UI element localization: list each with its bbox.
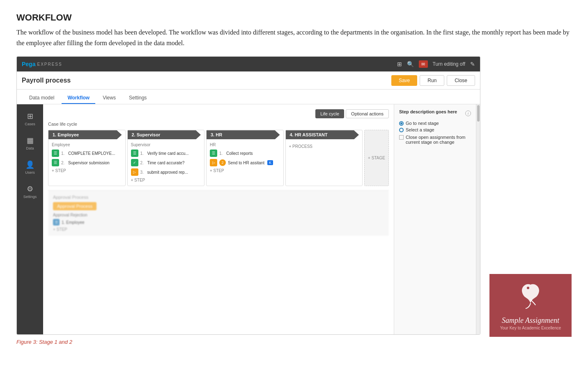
- stage-supervisor-title: 2. Supervisor: [132, 132, 161, 137]
- radio-empty: [399, 128, 404, 132]
- pega-scrollbar[interactable]: [476, 104, 480, 334]
- add-stage-label: + STAGE: [368, 156, 385, 160]
- step-badge-orange: 2: [219, 159, 226, 166]
- stage-hr-title: 3. HR: [211, 132, 222, 137]
- radio-select-stage[interactable]: Select a stage: [399, 127, 471, 132]
- sidebar-data-label: Data: [26, 146, 34, 150]
- sidebar-item-data[interactable]: ▦ Data: [17, 133, 43, 154]
- stage-step: ☰ 1. Collect reports: [210, 150, 280, 157]
- radio-next-stage[interactable]: Go to next stage: [399, 121, 471, 126]
- step-description-title: Step description goes here: [399, 109, 457, 114]
- data-icon: ▦: [27, 136, 34, 145]
- stage-step: ☰ 2. Supervisor submission: [52, 159, 122, 166]
- rejection-step: ☰ 1. Employee: [53, 219, 96, 226]
- workflow-main: Life cycle Optional actions Case life cy…: [43, 104, 394, 334]
- checkbox-box: [399, 135, 404, 140]
- grid-icon[interactable]: ⊞: [397, 61, 402, 67]
- tab-workflow[interactable]: Workflow: [62, 92, 95, 104]
- logo-bird-icon: [518, 281, 543, 314]
- stage-step: ✓ 2. Time card accurate?: [131, 159, 201, 166]
- svg-point-0: [527, 287, 529, 289]
- turn-editing-off-btn[interactable]: Turn editing off: [433, 61, 465, 67]
- page-body: The workflow of the business model has b…: [16, 27, 572, 48]
- stage-hr-assistant-body: + PROCESS: [286, 139, 363, 152]
- tab-views[interactable]: Views: [97, 92, 122, 104]
- stage-employee-header[interactable]: 1. Employee: [48, 130, 122, 139]
- step-num: 2.: [140, 161, 145, 165]
- stage-hr-header[interactable]: 3. HR: [207, 130, 280, 139]
- stage-step: ☰ 1. Verify time card accu...: [131, 150, 201, 157]
- envelope-icon[interactable]: ✉: [419, 60, 428, 68]
- step-icon-green: ☰: [210, 150, 217, 157]
- logo-brand-text: Sample Assignment: [502, 316, 559, 325]
- step-label: Supervisor submission: [68, 161, 110, 165]
- action-row: Life cycle Optional actions: [48, 109, 389, 118]
- stage-hr-assistant: 4. HR ASSISTANT + PROCESS: [285, 130, 363, 186]
- stage-supervisor: 2. Supervisor Supervisor ☰ 1. Verify tim…: [127, 130, 205, 186]
- close-button[interactable]: Close: [447, 75, 475, 86]
- pega-tabs: Data model Workflow Views Settings: [17, 90, 480, 104]
- logo-tagline-text: Your Key to Academic Excellence: [500, 326, 561, 330]
- run-button[interactable]: Run: [420, 75, 444, 86]
- stage-step: ☰ 1. COMPLETE EMPLOYE...: [52, 150, 122, 157]
- radio-next-stage-label: Go to next stage: [406, 121, 439, 126]
- pega-layout: ⊞ Cases ▦ Data 👤 Users ⚙ Settings: [17, 104, 480, 334]
- radio-select-stage-label: Select a stage: [406, 127, 434, 132]
- pega-titlebar: Payroll process Save Run Close: [17, 71, 480, 90]
- step-icon-orange: ▷: [210, 159, 217, 166]
- tab-data-model[interactable]: Data model: [23, 92, 60, 104]
- stage-employee-sublabel: Employee: [52, 143, 122, 147]
- step-num: 1.: [219, 151, 224, 156]
- step-icon-orange: ▷: [131, 168, 138, 176]
- lifecycle-button[interactable]: Life cycle: [315, 109, 344, 118]
- sample-assignment-logo: Sample Assignment Your Key to Academic E…: [489, 274, 572, 337]
- stage-employee-title: 1. Employee: [53, 132, 79, 137]
- pega-sidebar: ⊞ Cases ▦ Data 👤 Users ⚙ Settings: [17, 104, 43, 334]
- stage-supervisor-header[interactable]: 2. Supervisor: [128, 130, 201, 139]
- pega-logo: Pega EXPRESS: [22, 61, 62, 67]
- add-step-rejection: + STEP: [53, 227, 96, 232]
- pega-main-content: Life cycle Optional actions Case life cy…: [43, 104, 480, 334]
- sidebar-cases-label: Cases: [25, 122, 35, 126]
- add-step-link[interactable]: + STEP: [131, 178, 201, 182]
- add-step-link[interactable]: + STEP: [52, 168, 122, 173]
- pencil-icon[interactable]: ✎: [470, 61, 475, 67]
- sidebar-item-cases[interactable]: ⊞ Cases: [17, 108, 43, 129]
- stage-hr-assistant-header[interactable]: 4. HR ASSISTANT: [286, 130, 359, 139]
- step-icon-green: ☰: [52, 159, 59, 166]
- stage-step: ▷ 2 Send to HR assitant K: [210, 159, 280, 166]
- stage-employee: 1. Employee Employee ☰ 1. COMPLETE EMPLO…: [48, 130, 126, 186]
- workflow-right-panel: Step description goes here i Go to next …: [394, 104, 476, 334]
- sidebar-item-settings[interactable]: ⚙ Settings: [17, 181, 43, 202]
- step-label: COMPLETE EMPLOYE...: [68, 151, 115, 156]
- add-process-link[interactable]: + PROCESS: [289, 144, 359, 149]
- stage-hr: 3. HR HR ☰ 1. Collect reports: [206, 130, 284, 186]
- sidebar-users-label: Users: [25, 170, 35, 175]
- add-stage-button[interactable]: + STAGE: [364, 130, 389, 186]
- tab-settings[interactable]: Settings: [123, 92, 152, 104]
- save-button[interactable]: Save: [391, 75, 417, 86]
- step-icon-green: ☰: [52, 150, 59, 157]
- rejection-step-icon: ☰: [53, 219, 60, 226]
- pega-topbar: Pega EXPRESS ⊞ 🔍 ✉ Turn editing off ✎: [17, 57, 480, 71]
- checkbox-close-assignments[interactable]: Close open assignments from current stag…: [399, 135, 471, 145]
- sidebar-settings-label: Settings: [23, 195, 37, 199]
- stage-employee-body: Employee ☰ 1. COMPLETE EMPLOYE... ☰ 2.: [48, 139, 125, 176]
- figure-caption: Figure 3: Stage 1 and 2: [16, 339, 572, 345]
- pega-express-label: EXPRESS: [37, 62, 62, 67]
- search-icon[interactable]: 🔍: [407, 61, 414, 67]
- step-label: Collect reports: [226, 151, 253, 156]
- step-label: Time card accurate?: [147, 161, 185, 165]
- step-label: submit approved rep...: [147, 170, 188, 175]
- info-icon[interactable]: i: [465, 110, 471, 116]
- sidebar-item-users[interactable]: 👤 Users: [17, 157, 43, 178]
- stage-hr-body: HR ☰ 1. Collect reports ▷ 2: [207, 139, 283, 176]
- action-buttons: Save Run Close: [391, 75, 475, 86]
- optional-actions-button[interactable]: Optional actions: [346, 109, 389, 118]
- add-step-link[interactable]: + STEP: [210, 168, 280, 173]
- workflow-area: Life cycle Optional actions Case life cy…: [43, 104, 480, 334]
- step-num: 1.: [61, 151, 66, 156]
- stage-supervisor-sublabel: Supervisor: [131, 143, 201, 147]
- step-icon-green: ☰: [131, 150, 138, 157]
- stage-hr-assistant-title: 4. HR ASSISTANT: [290, 132, 328, 137]
